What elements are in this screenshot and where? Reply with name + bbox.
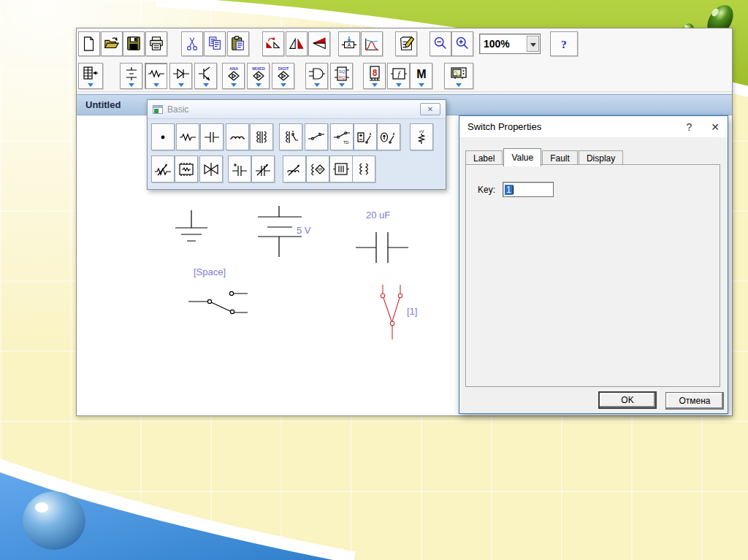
zoom-out-button[interactable] [430,31,451,56]
instruments-group-button[interactable] [444,63,473,89]
svg-text:TD: TD [343,140,348,145]
new-document-icon [81,36,97,52]
potentiometer-button[interactable] [151,156,175,183]
ground-component[interactable] [174,209,210,245]
analysis-graph-button[interactable] [361,31,383,56]
tab-fault[interactable]: Fault [542,150,578,166]
placing-switch-component[interactable] [375,285,411,340]
dropdown-arrow-icon [88,83,94,87]
variable-capacitor-button[interactable] [251,156,275,183]
dialog-close-button[interactable]: ✕ [711,121,720,133]
parts-bin-button[interactable] [78,63,103,89]
pullup-resistor-button[interactable]: +V [410,123,433,150]
mixed-ics-icon: MIXED [250,66,267,82]
zoom-dropdown-button[interactable] [527,36,539,52]
dropdown-arrow-icon [314,83,320,87]
flip-horizontal-button[interactable] [308,31,330,56]
inductor-button[interactable] [226,123,249,150]
svg-text:M: M [416,68,426,80]
current-controlled-switch-button[interactable] [377,123,400,150]
resistor-pack-icon [178,161,195,177]
print-button[interactable] [145,31,167,56]
basic-palette-body: TD +V NF [148,119,446,189]
logic-gates-group-button[interactable] [305,63,328,89]
cancel-button[interactable]: Отмена [665,392,724,410]
voltage-controlled-switch-button[interactable] [354,123,377,150]
digital-ics-group-button[interactable]: DIGIT [272,63,294,89]
analysis-graph-icon [364,36,380,52]
sources-group-button[interactable] [120,63,142,89]
dialog-help-button[interactable]: ? [686,121,692,133]
connector-button[interactable] [151,123,175,150]
paste-button[interactable] [227,31,249,56]
switch-component[interactable] [187,286,249,320]
analog-ics-group-button[interactable]: ANA [222,63,245,89]
variable-inductor-icon [286,161,303,177]
resistor-button[interactable] [176,123,199,150]
diodes-group-button[interactable] [169,63,192,89]
close-icon: ✕ [427,105,433,113]
parts-bin-icon [82,66,99,82]
basic-palette-titlebar[interactable]: Basic ✕ [148,100,446,119]
basic-group-button[interactable] [145,63,167,89]
polarized-capacitor-icon [231,161,248,177]
flip-vertical-button[interactable] [286,31,308,56]
subcircuit-button[interactable]: A [338,31,360,56]
resistor-pack-button[interactable] [175,156,198,183]
coreless-coil-button[interactable]: NF [306,156,329,183]
polarized-capacitor-button[interactable] [228,156,251,183]
cut-button[interactable] [181,31,203,56]
capacitor-component[interactable] [356,230,408,265]
controls-group-button[interactable]: f [387,63,410,89]
component-properties-button[interactable] [395,31,417,56]
sources-icon [123,66,140,82]
text-caret [513,185,514,194]
magnetic-core-button[interactable] [329,156,353,183]
copy-button[interactable] [204,31,226,56]
resistor-icon [179,129,196,145]
relay-button[interactable] [279,123,302,150]
svg-text:ANA: ANA [229,66,238,71]
blue-wave-decoration [0,443,365,560]
transistors-group-button[interactable] [194,63,217,89]
nonlinear-transformer-button[interactable] [352,156,375,183]
ok-button[interactable]: OK [598,391,657,409]
new-button[interactable] [78,31,100,56]
help-button[interactable]: ? [550,31,578,56]
switch-button[interactable] [305,123,328,150]
tab-value[interactable]: Value [503,148,541,166]
battery-component[interactable] [257,206,302,258]
transformer-button[interactable] [250,123,273,150]
digital-group-button[interactable]: SQRQ [330,63,353,89]
switch-key-label: [Space] [194,266,226,277]
rotate-button[interactable] [262,31,284,56]
close-icon: ✕ [711,121,720,133]
variable-inductor-button[interactable] [283,156,306,183]
zoom-in-button[interactable] [451,31,473,56]
time-delay-switch-button[interactable]: TD [330,123,354,150]
subcircuit-icon: A [341,36,357,52]
zoom-out-icon [432,36,449,52]
flipflop-chip-icon: SQRQ [333,66,351,82]
open-button[interactable] [101,31,123,56]
miscellaneous-group-button[interactable]: M [410,63,432,89]
key-input[interactable]: 1 [503,182,554,197]
dropdown-arrow-icon [419,83,424,87]
voltage-controlled-resistor-button[interactable] [199,156,223,183]
slide-background: A 100% ? [0,0,748,560]
save-button[interactable] [123,31,145,56]
mixed-ics-group-button[interactable]: MIXED [247,63,270,89]
svg-text:A: A [348,42,351,48]
dropdown-arrow-icon [372,83,378,87]
svg-text:8: 8 [372,68,377,78]
document-title: Untitled [85,99,121,110]
zoom-level-combobox[interactable]: 100% [479,34,541,54]
tab-label[interactable]: Label [465,150,503,166]
tab-display[interactable]: Display [579,150,623,166]
capacitor-button[interactable] [200,123,224,150]
dialog-titlebar[interactable]: Switch Properties ? ✕ [459,116,728,137]
pullup-resistor-icon: +V [413,129,430,145]
basic-palette-close-button[interactable]: ✕ [420,103,440,115]
indicators-group-button[interactable]: 8 [363,63,386,89]
dropdown-arrow-icon [280,83,286,87]
